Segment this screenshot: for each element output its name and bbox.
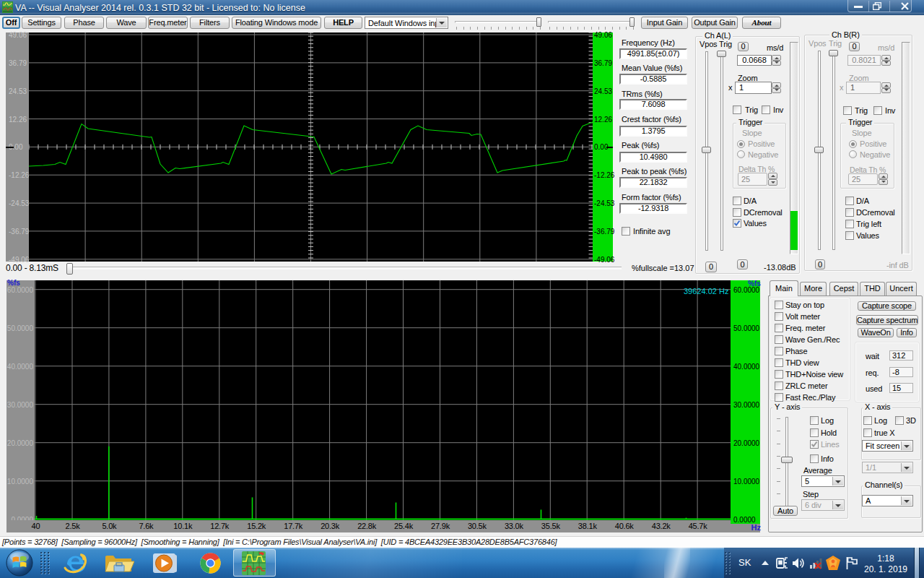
svg-text:39624.02 Hz: 39624.02 Hz bbox=[684, 287, 728, 296]
